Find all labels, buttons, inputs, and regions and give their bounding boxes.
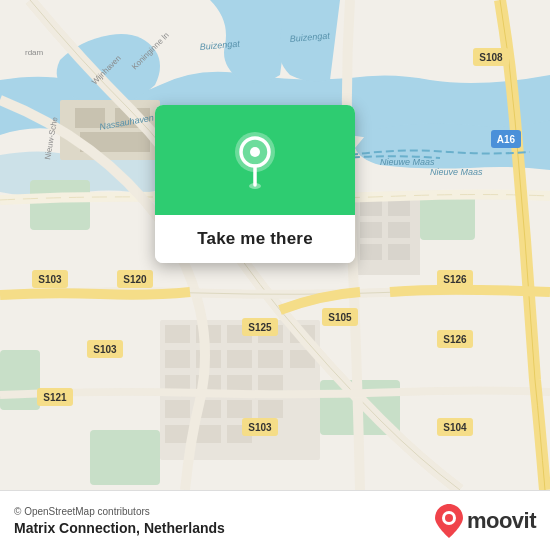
svg-text:S125: S125 [248,322,272,333]
svg-text:S121: S121 [43,392,67,403]
footer-info: © OpenStreetMap contributors Matrix Conn… [14,506,225,536]
moovit-logo: moovit [435,504,536,538]
svg-point-75 [250,147,260,157]
svg-text:S103: S103 [248,422,272,433]
osm-attribution: © OpenStreetMap contributors [14,506,225,517]
svg-text:rdam: rdam [25,48,44,57]
svg-text:S126: S126 [443,334,467,345]
svg-rect-16 [165,350,190,368]
svg-text:Nieuwe Maas: Nieuwe Maas [380,157,435,167]
svg-point-78 [445,514,453,522]
svg-rect-11 [165,325,190,343]
svg-rect-1 [30,180,90,230]
svg-rect-27 [227,400,252,418]
svg-rect-4 [0,350,40,410]
moovit-pin-icon [435,504,463,538]
svg-rect-36 [388,222,410,238]
svg-text:S103: S103 [93,344,117,355]
location-name: Matrix Connection, Netherlands [14,520,225,536]
svg-point-76 [249,183,261,189]
svg-text:S104: S104 [443,422,467,433]
svg-text:S108: S108 [479,52,503,63]
svg-rect-30 [196,425,221,443]
svg-text:S120: S120 [123,274,147,285]
svg-rect-5 [90,430,160,485]
svg-text:S126: S126 [443,274,467,285]
popup-header [155,105,355,215]
svg-rect-37 [360,244,382,260]
location-pin-icon [230,130,280,190]
moovit-brand-text: moovit [467,508,536,534]
take-me-there-button[interactable]: Take me there [155,215,355,263]
svg-rect-35 [360,222,382,238]
svg-rect-18 [227,350,252,368]
svg-rect-19 [258,350,283,368]
map-container[interactable]: S108 A16 S103 S120 S125 S105 S126 S103 S… [0,0,550,490]
svg-rect-3 [420,195,475,240]
svg-text:S103: S103 [38,274,62,285]
svg-rect-29 [165,425,190,443]
popup-card: Take me there [155,105,355,263]
svg-rect-28 [258,400,283,418]
svg-text:S105: S105 [328,312,352,323]
svg-rect-33 [360,200,382,216]
svg-text:A16: A16 [497,134,516,145]
svg-rect-38 [388,244,410,260]
svg-rect-25 [165,400,190,418]
svg-rect-34 [388,200,410,216]
svg-text:Nieuve Maas: Nieuve Maas [430,167,483,177]
footer: © OpenStreetMap contributors Matrix Conn… [0,490,550,550]
